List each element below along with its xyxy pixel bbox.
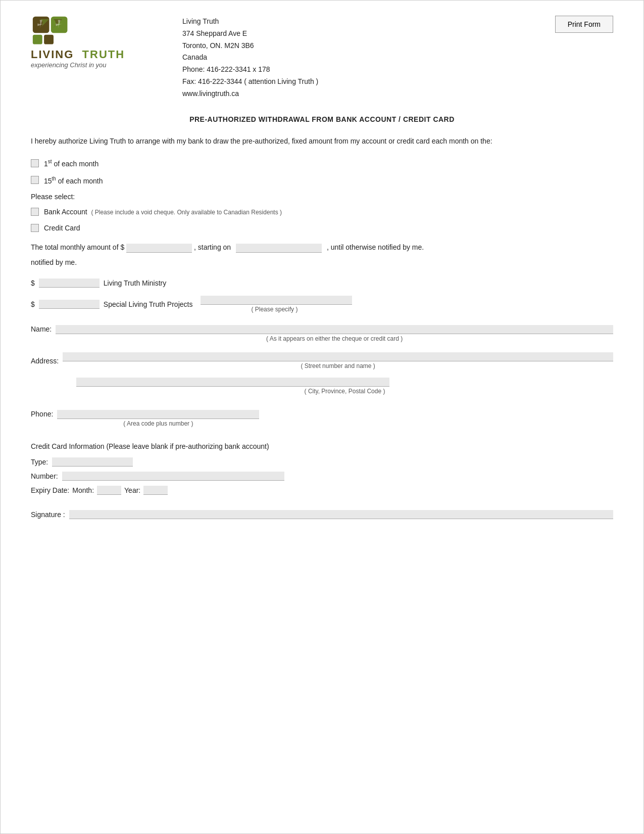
city-hint: ( City, Province, Postal Code ) <box>76 388 613 395</box>
first-of-month-label: 1st of each month <box>44 159 98 168</box>
cc-section-title: Credit Card Information (Please leave bl… <box>31 442 613 450</box>
notified-text: notified by me. <box>31 258 613 266</box>
street-hint: ( Street number and name ) <box>63 362 613 369</box>
fifteenth-of-month-label: 15th of each month <box>44 176 103 185</box>
special-label: Special Living Truth Projects <box>104 300 193 308</box>
bank-account-checkbox[interactable] <box>31 208 39 216</box>
cc-type-field[interactable] <box>52 457 133 467</box>
credit-card-checkbox[interactable] <box>31 224 39 232</box>
name-field[interactable] <box>56 325 613 334</box>
phone-field[interactable] <box>57 410 259 419</box>
monthly-amount-row: The total monthly amount of $ , starting… <box>31 240 613 254</box>
header: LIVING TRUTH experiencing Christ in you … <box>31 16 613 100</box>
org-name: Living Truth <box>182 16 555 28</box>
cc-number-row: Number: <box>31 472 613 481</box>
special-projects-row: $ Special Living Truth Projects ( Please… <box>31 296 613 313</box>
logo-living: LIVING <box>31 48 74 61</box>
expiry-row: Expiry Date: Month: Year: <box>31 486 613 495</box>
credit-card-row: Credit Card <box>31 224 613 232</box>
name-label: Name: <box>31 325 52 333</box>
bank-account-row: Bank Account ( Please include a void che… <box>31 208 613 216</box>
special-specify-field[interactable] <box>201 296 352 305</box>
fifteenth-of-month-checkbox[interactable] <box>31 176 39 184</box>
phone-row: Phone: ( Area code plus number ) <box>31 410 613 427</box>
credit-card-label: Credit Card <box>44 224 80 232</box>
org-address1: 374 Sheppard Ave E <box>182 28 555 40</box>
name-hint: ( As it appears on either the cheque or … <box>56 335 613 342</box>
signature-row: Signature : <box>31 510 613 519</box>
org-address2: Toronto, ON. M2N 3B6 <box>182 40 555 52</box>
address-label: Address: <box>31 357 59 365</box>
name-row: Name: ( As it appears on either the cheq… <box>31 325 613 342</box>
year-label: Year: <box>124 486 140 494</box>
svg-rect-2 <box>33 35 42 44</box>
ministry-amount-field[interactable] <box>39 279 100 288</box>
logo-area: LIVING TRUTH experiencing Christ in you <box>31 16 172 69</box>
phone-label: Phone: <box>31 410 53 418</box>
logo-truth: TRUTH <box>82 48 125 61</box>
month-label: Month: <box>72 486 94 494</box>
expiry-year-field[interactable] <box>143 486 168 495</box>
org-address3: Canada <box>182 52 555 64</box>
org-info: Living Truth 374 Sheppard Ave E Toronto,… <box>172 16 555 100</box>
org-phone: Phone: 416-222-3341 x 178 <box>182 64 555 76</box>
logo-icon <box>31 16 76 46</box>
fifteenth-of-month-row: 15th of each month <box>31 176 613 185</box>
monthly-mid: , starting on <box>194 243 231 251</box>
monthly-amount-field[interactable] <box>126 244 192 253</box>
address-section: Address: ( Street number and name ) ( Ci… <box>31 352 613 395</box>
type-label: Type: <box>31 458 48 466</box>
print-button[interactable]: Print Form <box>555 16 613 33</box>
monthly-suffix: , until otherwise notified by me. <box>327 243 424 251</box>
address-row1: Address: ( Street number and name ) <box>31 352 613 369</box>
bank-account-hint: ( Please include a void cheque. Only ava… <box>91 209 282 216</box>
expiry-label: Expiry Date: <box>31 486 69 494</box>
cc-type-row: Type: <box>31 457 613 467</box>
special-dollar: $ <box>31 300 35 308</box>
signature-label: Signature : <box>31 511 65 519</box>
address-row2: ( City, Province, Postal Code ) <box>76 378 613 395</box>
cc-section: Credit Card Information (Please leave bl… <box>31 442 613 519</box>
please-select: Please select: <box>31 193 613 201</box>
svg-rect-3 <box>44 35 54 44</box>
intro-text: I hereby authorize Living Truth to arran… <box>31 135 613 147</box>
number-label: Number: <box>31 472 58 480</box>
cc-number-field[interactable] <box>62 472 284 481</box>
address-city-field[interactable] <box>76 378 389 387</box>
ministry-dollar: $ <box>31 279 35 287</box>
special-amount-field[interactable] <box>39 300 100 309</box>
org-fax: Fax: 416-222-3344 ( attention Living Tru… <box>182 76 555 88</box>
first-of-month-row: 1st of each month <box>31 159 613 168</box>
expiry-month-field[interactable] <box>97 486 121 495</box>
logo-title: LIVING TRUTH <box>31 49 125 60</box>
phone-hint: ( Area code plus number ) <box>57 420 259 427</box>
ministry-row: $ Living Truth Ministry <box>31 279 613 288</box>
address-street-field[interactable] <box>63 352 613 361</box>
page: LIVING TRUTH experiencing Christ in you … <box>0 0 644 834</box>
bank-account-label: Bank Account ( Please include a void che… <box>44 208 282 216</box>
signature-field[interactable] <box>69 510 613 519</box>
org-website: www.livingtruth.ca <box>182 88 555 100</box>
phone-section: Phone: ( Area code plus number ) <box>31 410 613 427</box>
first-of-month-checkbox[interactable] <box>31 159 39 167</box>
starting-date-field[interactable] <box>236 244 322 253</box>
ministry-label: Living Truth Ministry <box>104 279 166 287</box>
logo-subtitle: experiencing Christ in you <box>31 61 107 69</box>
form-title: PRE-AUTHORIZED WITHDRAWAL FROM BANK ACCO… <box>31 115 613 123</box>
specify-hint: ( Please specify ) <box>196 306 352 313</box>
monthly-prefix: The total monthly amount of $ <box>31 243 124 251</box>
